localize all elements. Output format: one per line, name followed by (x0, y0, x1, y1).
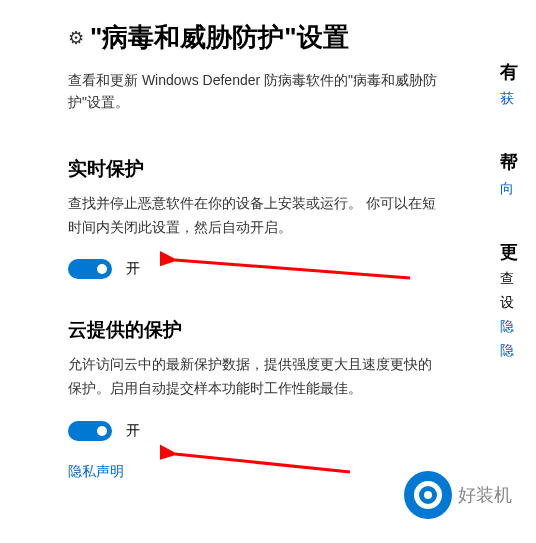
watermark: 好装机 (404, 471, 512, 519)
right-link-2[interactable]: 向 (500, 180, 536, 198)
cloud-toggle-label: 开 (126, 422, 140, 440)
gear-icon: ⚙ (68, 27, 84, 49)
right-link-4[interactable]: 隐 (500, 342, 536, 360)
realtime-title: 实时保护 (68, 156, 440, 182)
realtime-desc: 查找并停止恶意软件在你的设备上安装或运行。 你可以在短时间内关闭此设置，然后自动… (68, 192, 440, 240)
page-header: ⚙ "病毒和威胁防护"设置 (68, 20, 440, 55)
right-heading-3: 更 (500, 240, 536, 264)
right-heading-1: 有 (500, 60, 536, 84)
page-title: "病毒和威胁防护"设置 (90, 20, 349, 55)
right-link-1[interactable]: 获 (500, 90, 536, 108)
realtime-toggle-label: 开 (126, 260, 140, 278)
cloud-toggle[interactable] (68, 421, 112, 441)
section-realtime: 实时保护 查找并停止恶意软件在你的设备上安装或运行。 你可以在短时间内关闭此设置… (68, 156, 440, 280)
privacy-link[interactable]: 隐私声明 (68, 463, 124, 481)
right-sidebar: 有 获 帮 向 更 查 设 隐 隐 (500, 60, 536, 402)
right-link-3[interactable]: 隐 (500, 318, 536, 336)
cloud-title: 云提供的保护 (68, 317, 440, 343)
cloud-toggle-row: 开 (68, 421, 440, 441)
right-text-2: 设 (500, 294, 536, 312)
realtime-toggle-row: 开 (68, 259, 440, 279)
watermark-logo-icon (404, 471, 452, 519)
watermark-text: 好装机 (458, 483, 512, 507)
right-heading-2: 帮 (500, 150, 536, 174)
right-text-1: 查 (500, 270, 536, 288)
realtime-toggle[interactable] (68, 259, 112, 279)
page-subtitle: 查看和更新 Windows Defender 防病毒软件的"病毒和威胁防护"设置… (68, 69, 440, 114)
section-cloud: 云提供的保护 允许访问云中的最新保护数据，提供强度更大且速度更快的保护。启用自动… (68, 317, 440, 481)
cloud-desc: 允许访问云中的最新保护数据，提供强度更大且速度更快的保护。启用自动提交样本功能时… (68, 353, 440, 401)
